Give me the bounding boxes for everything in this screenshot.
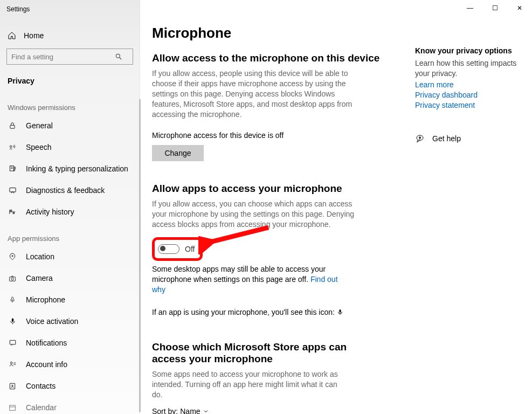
sidebar-item-label: Voice activation xyxy=(26,317,78,326)
sidebar-item-label: Inking & typing personalization xyxy=(26,164,128,173)
search-input[interactable] xyxy=(6,49,133,65)
svg-rect-25 xyxy=(10,405,16,410)
speech-icon xyxy=(8,143,17,151)
search-icon xyxy=(115,53,122,60)
maximize-button[interactable]: ☐ xyxy=(482,0,507,16)
sidebar-item-contacts[interactable]: Contacts xyxy=(0,375,140,397)
sidebar: Settings Home Privacy Windows permission… xyxy=(0,0,140,414)
notifications-icon xyxy=(8,339,17,347)
app-title: Settings xyxy=(0,0,140,13)
svg-rect-11 xyxy=(13,212,14,213)
microphone-icon xyxy=(8,295,17,304)
sort-label: Sort by: xyxy=(152,407,178,414)
home-nav[interactable]: Home xyxy=(0,26,140,45)
sidebar-item-label: General xyxy=(26,121,53,130)
calendar-icon xyxy=(8,404,17,411)
sidebar-item-general[interactable]: General xyxy=(0,115,140,136)
apps-access-desc: If you allow access, you can choose whic… xyxy=(152,199,357,230)
sidebar-item-label: Diagnostics & feedback xyxy=(26,186,105,195)
minimize-button[interactable]: — xyxy=(458,0,482,16)
svg-line-1 xyxy=(120,58,122,60)
account-icon xyxy=(8,361,17,368)
svg-point-24 xyxy=(12,385,13,386)
sidebar-item-label: Microphone xyxy=(26,295,65,304)
sidebar-item-voice-activation[interactable]: Voice activation xyxy=(0,310,140,332)
apps-access-heading: Allow apps to access your microphone xyxy=(152,183,400,195)
home-label: Home xyxy=(24,31,44,40)
privacy-statement-link[interactable]: Privacy statement xyxy=(415,101,523,109)
sidebar-item-notifications[interactable]: Notifications xyxy=(0,332,140,354)
svg-rect-10 xyxy=(11,210,12,211)
privacy-options-desc: Learn how this setting impacts your priv… xyxy=(415,58,523,79)
get-help[interactable]: ? Get help xyxy=(415,134,523,143)
apps-access-toggle-label: Off xyxy=(185,245,195,253)
svg-rect-15 xyxy=(12,297,13,300)
sidebar-item-diagnostics[interactable]: Diagnostics & feedback xyxy=(0,180,140,201)
svg-rect-17 xyxy=(11,319,13,322)
page-title: Microphone xyxy=(152,25,400,42)
sidebar-item-label: Account info xyxy=(26,360,67,369)
sidebar-item-microphone[interactable]: Microphone xyxy=(0,289,140,310)
svg-line-28 xyxy=(208,227,268,243)
feedback-icon xyxy=(8,187,17,195)
right-links: Learn more Privacy dashboard Privacy sta… xyxy=(415,80,523,109)
device-access-status: Microphone access for this device is off xyxy=(152,131,400,140)
contacts-icon xyxy=(8,382,17,390)
close-button[interactable]: ✕ xyxy=(507,0,532,16)
help-icon: ? xyxy=(415,134,425,143)
device-access-heading: Allow access to the microphone on this d… xyxy=(152,52,400,64)
apps-access-toggle[interactable] xyxy=(158,244,179,254)
search-wrap xyxy=(6,49,133,65)
highlight-annotation: Off xyxy=(152,237,203,261)
svg-rect-2 xyxy=(10,125,15,128)
group-windows-permissions: Windows permissions xyxy=(0,92,140,115)
sidebar-item-label: Contacts xyxy=(26,382,56,390)
desktop-apps-note: Some desktop apps may still be able to a… xyxy=(152,264,351,295)
svg-rect-19 xyxy=(10,340,16,344)
sidebar-item-calendar[interactable]: Calendar xyxy=(0,397,140,414)
store-apps-heading: Choose which Microsoft Store apps can ac… xyxy=(152,341,357,365)
group-app-permissions: App permissions xyxy=(0,223,140,246)
store-apps-desc: Some apps need to access your microphone… xyxy=(152,369,341,400)
svg-point-0 xyxy=(116,54,120,58)
sidebar-item-label: Camera xyxy=(26,274,53,282)
window-controls: — ☐ ✕ xyxy=(458,0,532,16)
right-panel: Know your privacy options Learn how this… xyxy=(415,43,523,143)
sidebar-item-label: Location xyxy=(26,252,54,261)
sidebar-item-inking[interactable]: Inking & typing personalization xyxy=(0,158,140,180)
voice-icon xyxy=(8,317,17,326)
microphone-indicator-icon xyxy=(337,308,343,316)
svg-point-3 xyxy=(10,146,12,148)
content: Microphone Allow access to the microphon… xyxy=(152,22,400,414)
inking-icon xyxy=(8,164,17,173)
camera-icon xyxy=(8,275,17,282)
chevron-down-icon xyxy=(203,408,209,414)
sidebar-item-activity[interactable]: Activity history xyxy=(0,201,140,223)
svg-rect-7 xyxy=(9,188,15,192)
sidebar-item-label: Speech xyxy=(26,143,51,151)
learn-more-link[interactable]: Learn more xyxy=(415,80,523,89)
device-access-desc: If you allow access, people using this d… xyxy=(152,68,357,119)
svg-rect-13 xyxy=(10,277,16,281)
svg-text:?: ? xyxy=(419,136,421,139)
location-icon xyxy=(8,252,17,261)
lock-icon xyxy=(8,121,17,130)
home-icon xyxy=(8,31,16,40)
sidebar-item-label: Notifications xyxy=(26,339,67,347)
svg-point-20 xyxy=(10,362,12,364)
svg-point-12 xyxy=(12,256,13,257)
sidebar-item-location[interactable]: Location xyxy=(0,246,140,267)
sort-control[interactable]: Sort by: Name xyxy=(152,407,400,414)
mic-in-use-line: If an app is using your microphone, you'… xyxy=(152,308,400,316)
sidebar-item-label: Activity history xyxy=(26,208,74,216)
svg-rect-29 xyxy=(339,309,341,313)
svg-point-14 xyxy=(11,278,13,280)
activity-icon xyxy=(8,208,17,216)
change-button[interactable]: Change xyxy=(152,145,204,161)
sidebar-item-camera[interactable]: Camera xyxy=(0,267,140,289)
get-help-label: Get help xyxy=(432,134,461,143)
sidebar-item-label: Calendar xyxy=(26,403,57,412)
sidebar-item-speech[interactable]: Speech xyxy=(0,136,140,158)
sidebar-item-account-info[interactable]: Account info xyxy=(0,354,140,375)
privacy-dashboard-link[interactable]: Privacy dashboard xyxy=(415,91,523,99)
